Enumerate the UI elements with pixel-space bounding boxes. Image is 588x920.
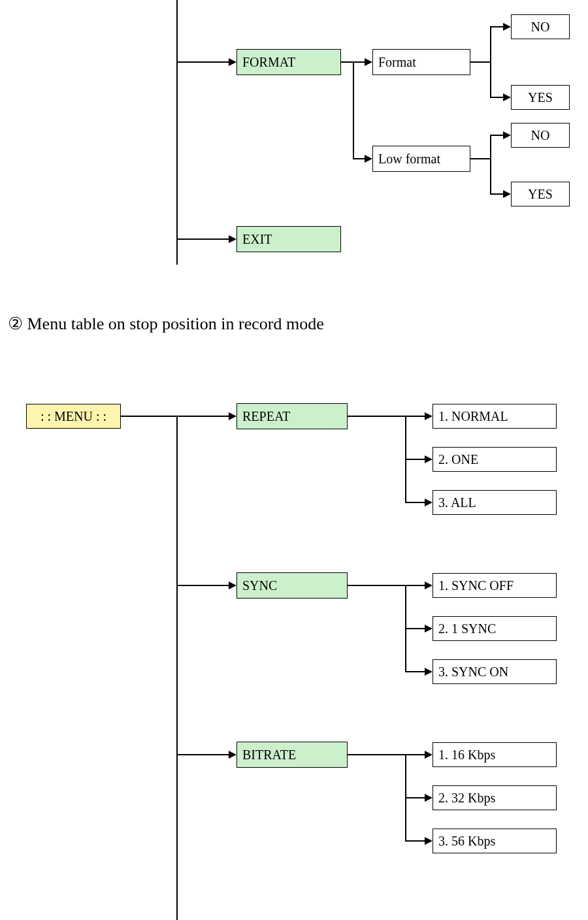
connector bbox=[405, 797, 426, 798]
arrow-icon bbox=[503, 93, 511, 101]
label: Low format bbox=[378, 152, 440, 167]
label: FORMAT bbox=[242, 55, 295, 70]
label: YES bbox=[528, 187, 553, 202]
repeat-node: REPEAT bbox=[237, 403, 348, 429]
arrow-icon bbox=[425, 668, 433, 676]
connector bbox=[405, 840, 426, 842]
arrow-icon bbox=[503, 190, 511, 198]
connector bbox=[490, 97, 504, 98]
sync-node: SYNC bbox=[237, 572, 348, 599]
connector bbox=[353, 61, 354, 158]
label: YES bbox=[528, 90, 553, 105]
connector bbox=[490, 135, 504, 136]
label: NO bbox=[531, 20, 550, 35]
label: REPEAT bbox=[242, 409, 290, 424]
diagram-canvas: FORMAT Format NO YES Low format NO YES E… bbox=[0, 0, 588, 920]
arrow-icon bbox=[425, 794, 433, 802]
connector bbox=[490, 135, 491, 195]
connector bbox=[405, 502, 426, 503]
repeat-option: 2. ONE bbox=[433, 447, 557, 472]
connector bbox=[176, 416, 229, 417]
label: 3. ALL bbox=[438, 495, 476, 510]
label: : : MENU : : bbox=[41, 409, 106, 424]
connector bbox=[490, 26, 504, 27]
connector bbox=[405, 671, 426, 672]
exit-node: EXIT bbox=[237, 226, 341, 252]
label: 1. 16 Kbps bbox=[438, 748, 495, 763]
connector bbox=[121, 416, 176, 417]
format-sub-node: Format bbox=[372, 49, 470, 75]
label: 2. ONE bbox=[438, 452, 478, 467]
label: 3. 56 Kbps bbox=[438, 834, 495, 849]
connector bbox=[348, 416, 406, 417]
label: 2. 1 SYNC bbox=[438, 621, 496, 636]
connector bbox=[470, 61, 490, 63]
option-no: NO bbox=[511, 14, 570, 39]
arrow-icon bbox=[229, 235, 237, 243]
arrow-icon bbox=[229, 751, 237, 759]
arrow-icon bbox=[425, 625, 433, 632]
connector bbox=[341, 61, 354, 63]
option-yes: YES bbox=[511, 85, 570, 110]
connector bbox=[176, 754, 229, 755]
arrow-icon bbox=[503, 23, 511, 31]
arrow-icon bbox=[229, 412, 237, 420]
arrow-icon bbox=[425, 455, 433, 463]
arrow-icon bbox=[365, 155, 372, 163]
bitrate-option: 3. 56 Kbps bbox=[433, 829, 557, 853]
trunk-line-bottom bbox=[176, 416, 178, 920]
connector bbox=[176, 238, 229, 240]
label: 1. NORMAL bbox=[438, 409, 508, 424]
bitrate-node: BITRATE bbox=[237, 742, 348, 768]
option-yes: YES bbox=[511, 182, 570, 206]
bitrate-option: 2. 32 Kbps bbox=[433, 785, 557, 810]
connector bbox=[405, 754, 426, 755]
connector bbox=[176, 585, 229, 586]
label: BITRATE bbox=[242, 748, 296, 763]
trunk-line-top bbox=[176, 0, 178, 265]
repeat-option: 3. ALL bbox=[433, 490, 557, 515]
sync-option: 3. SYNC ON bbox=[433, 659, 557, 684]
arrow-icon bbox=[425, 837, 433, 845]
format-node: FORMAT bbox=[237, 49, 341, 75]
arrow-icon bbox=[425, 751, 433, 759]
connector bbox=[353, 158, 366, 159]
repeat-option: 1. NORMAL bbox=[433, 404, 557, 429]
label: NO bbox=[531, 128, 550, 143]
label: SYNC bbox=[242, 578, 277, 593]
connector bbox=[176, 61, 229, 63]
sync-option: 2. 1 SYNC bbox=[433, 616, 557, 641]
arrow-icon bbox=[503, 131, 511, 139]
connector bbox=[490, 193, 504, 195]
section-heading: ② Menu table on stop position in record … bbox=[8, 314, 324, 334]
arrow-icon bbox=[229, 58, 237, 66]
label: 2. 32 Kbps bbox=[438, 791, 495, 806]
arrow-icon bbox=[425, 412, 433, 420]
connector bbox=[405, 459, 426, 460]
arrow-icon bbox=[229, 582, 237, 589]
menu-node: : : MENU : : bbox=[26, 404, 121, 429]
connector bbox=[405, 416, 426, 417]
connector bbox=[348, 585, 406, 586]
connector bbox=[470, 158, 490, 159]
arrow-icon bbox=[425, 499, 433, 506]
connector bbox=[405, 628, 426, 629]
connector bbox=[405, 585, 426, 586]
option-no: NO bbox=[511, 123, 570, 148]
label: Format bbox=[378, 55, 416, 70]
connector bbox=[490, 26, 491, 98]
arrow-icon bbox=[365, 58, 372, 66]
connector bbox=[353, 61, 366, 63]
arrow-icon bbox=[425, 582, 433, 589]
lowformat-node: Low format bbox=[372, 146, 470, 172]
bitrate-option: 1. 16 Kbps bbox=[433, 742, 557, 767]
connector bbox=[348, 754, 406, 755]
label: 1. SYNC OFF bbox=[438, 578, 514, 593]
label: 3. SYNC ON bbox=[438, 665, 508, 680]
sync-option: 1. SYNC OFF bbox=[433, 573, 557, 598]
label: EXIT bbox=[242, 232, 272, 247]
